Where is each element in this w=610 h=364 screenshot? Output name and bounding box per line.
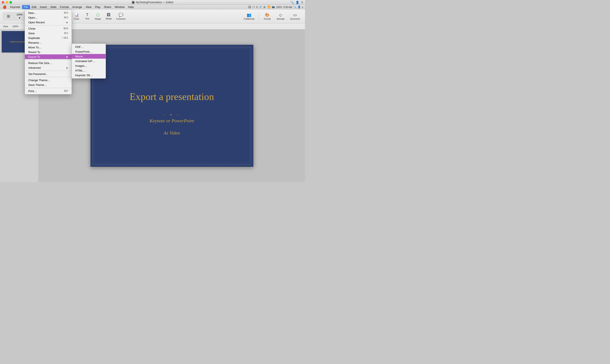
- slide-subtitle1: Keynote or PowerPoint: [149, 118, 194, 124]
- menu-revert-to[interactable]: Revert To: [25, 50, 72, 54]
- chart-icon: 📊: [74, 13, 79, 17]
- status-icon-2: 🛡: [253, 6, 255, 8]
- divider-3: [25, 71, 72, 71]
- format-button[interactable]: 🎨 Format: [261, 12, 274, 21]
- user-icon-status[interactable]: 👤: [298, 6, 301, 8]
- menu-save-label: Save: [28, 32, 61, 35]
- menu-new[interactable]: New… ⌘N: [25, 11, 72, 15]
- export-images[interactable]: Images…: [72, 63, 106, 68]
- slide-divider: — ❖ —: [118, 113, 226, 117]
- apple-menu[interactable]: 🍎: [1, 5, 8, 9]
- file-menu: New… ⌘N Open… ⌘O Open Recent ▶ Close ⌘W …: [25, 9, 72, 94]
- menu-close-label: Close: [28, 27, 61, 30]
- menu-save-theme[interactable]: Save Theme…: [25, 82, 72, 87]
- menu-slide[interactable]: Slide: [49, 5, 58, 9]
- menu-change-theme-label: Change Theme…: [28, 78, 68, 82]
- minimize-button[interactable]: [6, 1, 8, 4]
- wifi-icon: 📶: [268, 6, 271, 8]
- format-icon: 🎨: [265, 13, 270, 17]
- menu-save[interactable]: Save ⌘S: [25, 31, 72, 36]
- menu-print-shortcut: ⌘P: [64, 90, 68, 92]
- media-button[interactable]: 🖼 Media: [103, 12, 114, 21]
- animate-label: Animate: [277, 18, 285, 20]
- shape-button[interactable]: ⬡ Shape: [93, 12, 103, 21]
- export-html[interactable]: HTML…: [72, 68, 106, 73]
- avatar: 👤: [296, 1, 299, 4]
- battery-label: 100%: [276, 6, 282, 8]
- menu-play[interactable]: Play: [93, 5, 102, 9]
- view-label[interactable]: View: [2, 25, 9, 28]
- menu-share[interactable]: Share: [102, 5, 113, 9]
- open-recent-arrow: ▶: [67, 21, 68, 24]
- menu-close[interactable]: Close ⌘W: [25, 26, 72, 31]
- menu-reduce-file-size[interactable]: Reduce File Size…: [25, 61, 72, 65]
- menu-edit[interactable]: Edit: [30, 5, 38, 9]
- title-text: MyTestingPresentation — Edited: [136, 1, 173, 4]
- export-powerpoint-label: PowerPoint…: [75, 50, 102, 53]
- menu-duplicate[interactable]: Duplicate ⇧⌘S: [25, 36, 72, 40]
- traffic-lights: [2, 1, 12, 4]
- menu-view[interactable]: View: [84, 5, 93, 9]
- menu-keynote[interactable]: Keynote: [8, 5, 22, 9]
- zoom-label: 100%: [16, 13, 23, 16]
- window-title: 🎥 MyTestingPresentation — Edited: [132, 1, 173, 4]
- export-to-arrow: ▶: [67, 56, 68, 58]
- export-pdf[interactable]: PDF…: [72, 45, 106, 49]
- menu-move-to-label: Move To…: [28, 46, 68, 49]
- export-movie[interactable]: Movie…: [72, 54, 106, 59]
- menu-advanced[interactable]: Advanced ▶: [25, 65, 72, 70]
- status-icon-1: 🎧: [248, 6, 251, 8]
- menu-set-password[interactable]: Set Password…: [25, 72, 72, 76]
- text-button[interactable]: T Text: [82, 12, 93, 21]
- menu-save-theme-label: Save Theme…: [28, 83, 68, 87]
- export-keynote09[interactable]: Keynote '09…: [72, 73, 106, 78]
- shape-label: Shape: [95, 18, 101, 20]
- menu-help[interactable]: Help: [126, 5, 136, 9]
- export-powerpoint[interactable]: PowerPoint…: [72, 49, 106, 54]
- collaborate-button[interactable]: 👥 Collaborate: [241, 12, 257, 21]
- search-icon-status[interactable]: 🔍: [293, 6, 297, 8]
- document-label: Document: [290, 18, 300, 20]
- menu-arrange[interactable]: Arrange: [70, 5, 84, 9]
- menu-print[interactable]: Print… ⌘P: [25, 89, 72, 93]
- menu-duplicate-label: Duplicate: [28, 36, 59, 39]
- comment-button[interactable]: 💬 Comment: [114, 12, 128, 21]
- zoom-level[interactable]: 100%: [11, 25, 20, 28]
- slide-title: Export a presentation: [130, 91, 214, 102]
- export-images-label: Images…: [75, 64, 102, 67]
- maximize-button[interactable]: [9, 1, 12, 4]
- slide-bg-pattern: [90, 45, 253, 167]
- menu-change-theme[interactable]: Change Theme…: [25, 78, 72, 82]
- menu-rename[interactable]: Rename…: [25, 40, 72, 45]
- menu-open-recent[interactable]: Open Recent ▶: [25, 20, 72, 25]
- shape-icon: ⬡: [96, 13, 100, 17]
- menu-icon[interactable]: ☰: [301, 1, 303, 4]
- export-animated-gif-label: Animated GIF…: [75, 60, 102, 63]
- divider-1: [25, 25, 72, 26]
- zoom-button[interactable]: 100% ▾: [14, 13, 25, 20]
- export-movie-label: Movie…: [75, 55, 102, 58]
- status-icon-4: 🔗: [259, 6, 262, 8]
- menu-insert[interactable]: Insert: [38, 5, 49, 9]
- document-button[interactable]: ▭ Document: [287, 12, 302, 21]
- menu-export-to[interactable]: Export To ▶: [25, 54, 72, 59]
- menu-window[interactable]: Window: [113, 5, 126, 9]
- status-icon-5: 🔊: [263, 6, 266, 8]
- menu-open-recent-label: Open Recent: [28, 21, 66, 24]
- animate-button[interactable]: ◇ Animate: [274, 12, 287, 21]
- export-animated-gif[interactable]: Animated GIF…: [72, 59, 106, 63]
- view-button[interactable]: ⊞: [3, 13, 14, 19]
- collaborate-icon: 👥: [247, 13, 251, 17]
- menu-format[interactable]: Format: [58, 5, 70, 9]
- document-icon: ▭: [293, 13, 297, 17]
- chart-button[interactable]: 📊 Chart: [71, 12, 82, 21]
- menu-open[interactable]: Open… ⌘O: [25, 15, 72, 20]
- export-keynote09-label: Keynote '09…: [75, 74, 102, 77]
- list-icon-status[interactable]: ≡: [302, 6, 303, 8]
- menu-file[interactable]: File: [22, 5, 30, 9]
- search-icon[interactable]: 🔍: [290, 1, 294, 4]
- divider-4: [25, 77, 72, 77]
- close-button[interactable]: [2, 1, 4, 4]
- view-toggle-group: ⊞ 100% ▾: [2, 12, 25, 21]
- menu-move-to[interactable]: Move To…: [25, 45, 72, 50]
